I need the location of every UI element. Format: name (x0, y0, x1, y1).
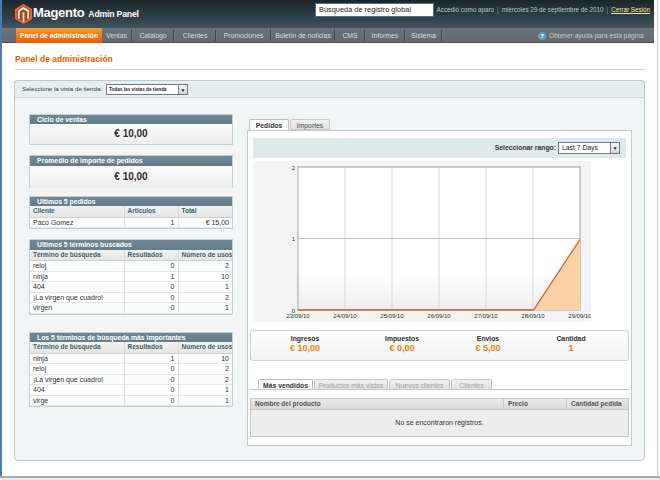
svg-text:25/09/10: 25/09/10 (380, 313, 404, 319)
svg-text:27/09/10: 27/09/10 (474, 313, 498, 319)
svg-text:1: 1 (292, 236, 296, 242)
svg-text:24/09/10: 24/09/10 (333, 313, 357, 319)
svg-text:26/09/10: 26/09/10 (427, 313, 451, 319)
svg-text:29/09/10: 29/09/10 (568, 313, 591, 319)
svg-text:2: 2 (292, 165, 296, 171)
svg-text:23/09/10: 23/09/10 (286, 313, 310, 319)
svg-text:28/09/10: 28/09/10 (521, 313, 545, 319)
